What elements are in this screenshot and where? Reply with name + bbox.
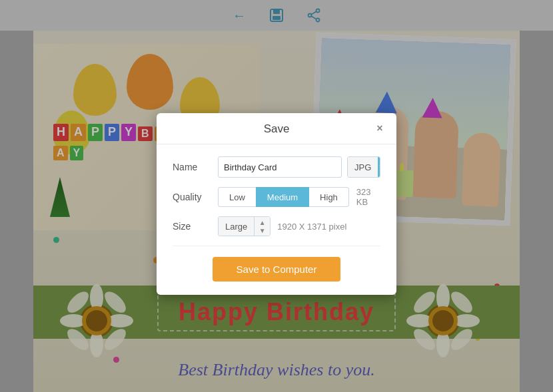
dialog-body: Name JPG ▲ ▼ Quality Low Medium High 323… <box>157 144 396 295</box>
format-label: JPG <box>348 157 378 177</box>
size-value: Large <box>219 217 254 236</box>
save-to-computer-button[interactable]: Save to Computer <box>213 257 341 282</box>
size-row: Size Large ▲ ▼ 1920 X 1371 pixel <box>173 216 380 236</box>
name-input[interactable] <box>218 156 342 178</box>
size-label: Size <box>173 221 218 232</box>
quality-medium-button[interactable]: Medium <box>256 187 309 207</box>
name-label: Name <box>173 162 218 172</box>
quality-label: Quality <box>173 192 218 202</box>
dialog-title: Save <box>264 122 290 136</box>
size-pixels: 1920 X 1371 pixel <box>277 222 346 232</box>
size-arrow[interactable]: ▲ ▼ <box>254 217 270 236</box>
format-select[interactable]: JPG ▲ ▼ <box>347 156 380 178</box>
quality-buttons: Low Medium High <box>218 187 348 207</box>
file-size: 323 KB <box>348 187 380 207</box>
save-dialog: Save × Name JPG ▲ ▼ Quality Low Medium H… <box>157 113 396 295</box>
dialog-divider <box>173 246 380 246</box>
quality-low-button[interactable]: Low <box>218 187 257 207</box>
size-select[interactable]: Large ▲ ▼ <box>218 216 271 236</box>
quality-row: Quality Low Medium High 323 KB <box>173 187 380 207</box>
close-button[interactable]: × <box>372 121 387 136</box>
format-arrow[interactable]: ▲ ▼ <box>378 157 380 177</box>
name-row: Name JPG ▲ ▼ <box>173 156 380 178</box>
quality-high-button[interactable]: High <box>308 187 349 207</box>
dialog-header: Save × <box>157 113 396 144</box>
